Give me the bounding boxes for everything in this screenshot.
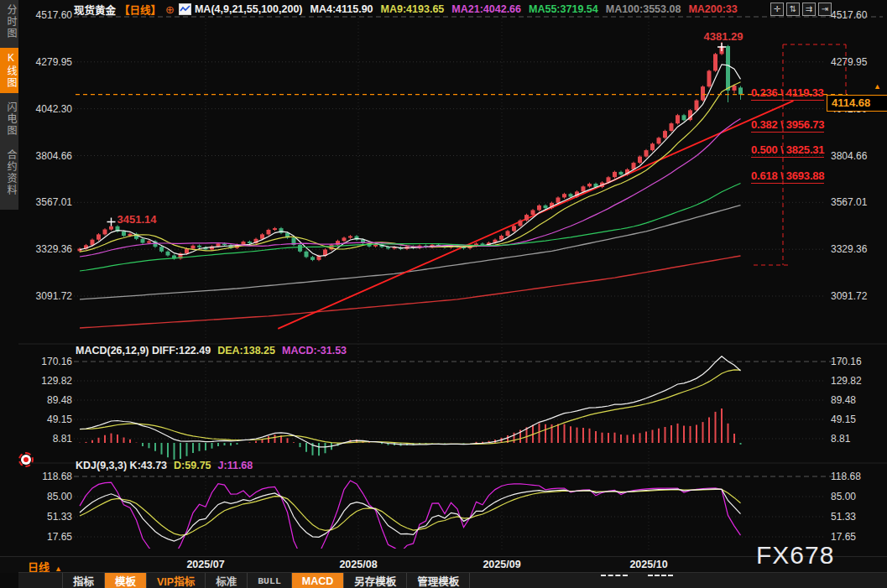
date-tick-2025/07: 2025/07 [186,559,224,570]
symbol-name: 现货黄金 [74,2,116,18]
toolbar-item-4[interactable]: BULL [248,573,292,588]
sidebar-item-0[interactable]: 分时图 [0,0,18,44]
svg-text:3804.66: 3804.66 [831,150,868,162]
indicator-toolbar: 指标模板VIP指标标准BULLMACD另存模板管理模板 [18,572,887,588]
svg-text:3804.66: 3804.66 [36,150,73,162]
chart-corner-toolbar: ✛⇅⇉⇥ [770,3,832,16]
trading-app-window: 4517.604517.604279.954279.954042.304042.… [0,0,887,588]
sidebar-item-1[interactable]: K线图 [0,48,18,93]
macd-title: MACD(26,12,9) DIFF:122.49 [76,345,211,356]
svg-text:89.48: 89.48 [47,394,72,406]
toolbar-item-5[interactable]: MACD [292,573,345,588]
svg-text:17.65: 17.65 [831,531,856,543]
date-tick-2025/08: 2025/08 [339,559,377,570]
high-price-label: 4381.29 [694,30,753,43]
date-axis: 日线▲ 2025/072025/082025/092025/10 [0,556,887,573]
toolbar-item-2[interactable]: VIP指标 [147,573,206,588]
kdj-title: KDJ(9,3,3) K:43.73 [76,460,167,471]
svg-text:129.82: 129.82 [41,375,72,387]
toolbar-item-1[interactable]: 模板 [105,573,147,588]
svg-text:8.81: 8.81 [53,433,73,445]
ma-value-1: MA9:4193.65 [381,3,445,15]
fib-level-label-0.382: 0.382 \ 3956.73 [751,118,824,133]
toolbar-item-3[interactable]: 标准 [206,573,248,588]
date-tick-2025/10: 2025/10 [629,559,667,570]
svg-text:170.16: 170.16 [831,356,862,367]
brand-watermark: FX678 [756,541,834,570]
kdj-d-value: D:59.75 [174,460,211,471]
chart-header-bar: 现货黄金 【日线】 ⊕ MA(4,9,21,55,100,200) MA4:41… [18,0,887,18]
svg-text:3567.01: 3567.01 [36,196,73,208]
toolbar-item-7[interactable]: 管理模板 [407,573,470,588]
sidebar-item-2[interactable]: 闪电图 [0,97,18,141]
svg-text:51.33: 51.33 [47,511,72,523]
macd-dea-value: DEA:138.25 [217,345,275,356]
svg-text:4042.30: 4042.30 [36,103,73,115]
add-indicator-icon[interactable]: ⊕ [165,3,175,16]
pan-icon[interactable]: ✛ [770,3,784,16]
scale-x-icon[interactable]: ⇉ [802,3,816,16]
swing-markers [107,43,727,226]
price-direction-arrow-icon: ▲ [874,82,881,91]
svg-text:4279.95: 4279.95 [36,56,73,68]
fib-level-label-0.236: 0.236 \ 4119.33 [751,86,824,101]
kdj-j-value: J:11.68 [218,460,253,471]
svg-text:89.48: 89.48 [831,394,856,406]
dashed-mark [601,575,628,576]
alert-indicator-icon [21,455,31,465]
svg-text:3329.36: 3329.36 [831,243,868,255]
svg-text:170.16: 170.16 [41,356,72,367]
ma-value-4: MA100:3553.08 [606,3,681,15]
dashed-mark [648,575,673,576]
svg-text:129.82: 129.82 [831,375,862,387]
period-label: 【日线】 [119,2,161,18]
toolbar-item-6[interactable]: 另存模板 [344,573,407,588]
ma-value-0: MA4:4115.90 [310,3,373,15]
svg-text:17.65: 17.65 [47,531,72,543]
svg-text:51.33: 51.33 [831,511,856,523]
svg-text:3567.01: 3567.01 [831,196,868,208]
detach-icon[interactable]: ⇥ [818,3,832,16]
toolbar-item-0[interactable]: 指标 [62,573,105,588]
svg-text:3329.36: 3329.36 [36,243,73,255]
svg-text:85.00: 85.00 [831,491,856,502]
chart-style-icon[interactable] [179,3,191,15]
svg-text:118.68: 118.68 [42,471,72,482]
svg-text:4279.95: 4279.95 [831,56,868,68]
macd-panel [80,356,741,460]
ma-settings-label: MA(4,9,21,55,100,200) [195,3,303,15]
ma-value-3: MA55:3719.54 [529,3,598,15]
ma-value-2: MA21:4042.66 [451,3,521,15]
svg-text:85.00: 85.00 [47,491,72,502]
ma-value-5: MA200:33 [688,3,737,15]
svg-text:3091.72: 3091.72 [831,290,868,302]
svg-text:3091.72: 3091.72 [36,290,73,302]
fib-level-label-0.618: 0.618 \ 3693.88 [751,169,824,184]
kdj-panel [80,481,741,561]
date-tick-2025/09: 2025/09 [483,559,520,570]
fib-level-label-0.500: 0.500 \ 3825.31 [751,143,824,158]
svg-text:49.15: 49.15 [47,414,72,425]
chart-type-sidebar: 分时图K线图闪电图合约资料 [0,0,18,210]
svg-text:8.81: 8.81 [831,433,851,445]
sidebar-item-3[interactable]: 合约资料 [0,145,18,200]
svg-text:118.68: 118.68 [831,471,861,482]
candlestick-series [78,42,744,261]
last-price-tag: 4114.68 [827,95,887,112]
ma-legend: MA4:4115.90MA9:4193.65MA21:4042.66MA55:3… [310,3,745,15]
scale-y-icon[interactable]: ⇅ [786,3,800,16]
swing-high-label: 3451.14 [107,213,166,226]
macd-panel-header: MACD(26,12,9) DIFF:122.49DEA:138.25MACD:… [76,345,347,356]
macd-hist-value: MACD:-31.53 [282,345,347,356]
svg-text:49.15: 49.15 [831,414,856,425]
kdj-panel-header: KDJ(9,3,3) K:43.73D:59.75J:11.68 [76,460,253,471]
